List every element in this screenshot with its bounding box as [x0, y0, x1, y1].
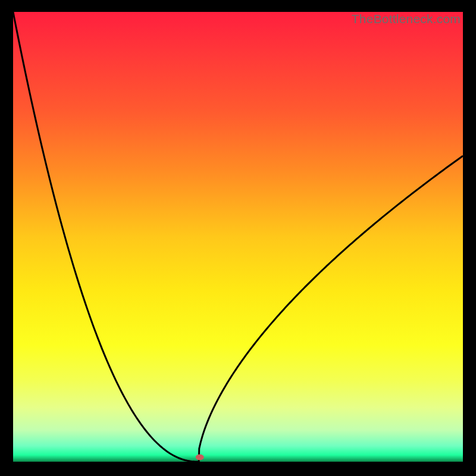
- bottleneck-chart: [13, 12, 463, 462]
- watermark-label: TheBottleneck.com: [352, 12, 461, 26]
- chart-frame: TheBottleneck.com: [13, 12, 463, 464]
- gradient-background: [13, 12, 463, 462]
- optimum-marker: [196, 454, 204, 460]
